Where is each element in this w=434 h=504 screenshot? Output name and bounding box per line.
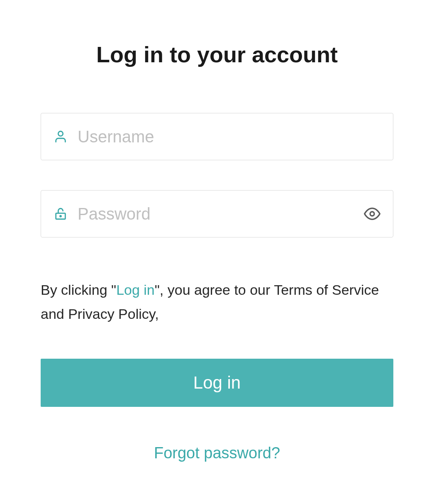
username-input[interactable] <box>68 113 380 160</box>
username-input-wrapper[interactable] <box>41 113 393 160</box>
terms-login-link[interactable]: Log in <box>116 282 155 298</box>
svg-point-2 <box>60 215 61 217</box>
user-icon <box>54 130 68 144</box>
login-button[interactable]: Log in <box>41 359 393 407</box>
svg-point-3 <box>370 212 374 216</box>
forgot-password-link[interactable]: Forgot password? <box>41 444 393 462</box>
svg-point-0 <box>58 131 63 136</box>
lock-icon <box>54 207 68 221</box>
terms-prefix: By clicking " <box>41 282 116 298</box>
password-input[interactable] <box>68 191 364 237</box>
password-input-wrapper[interactable] <box>41 190 393 237</box>
page-title: Log in to your account <box>41 42 393 67</box>
terms-text: By clicking "Log in", you agree to our T… <box>41 278 393 326</box>
eye-icon[interactable] <box>364 206 380 222</box>
